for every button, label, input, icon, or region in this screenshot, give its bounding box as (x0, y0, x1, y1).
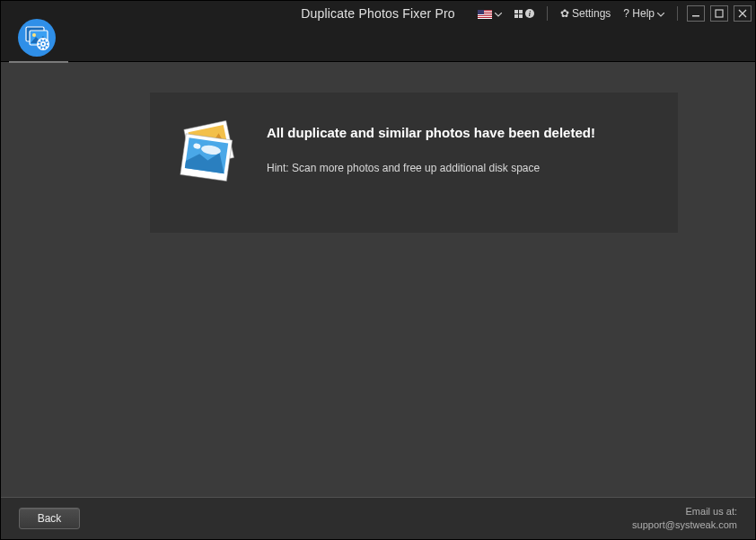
result-hint: Hint: Scan more photos and free up addit… (267, 162, 595, 174)
chevron-down-icon (657, 7, 664, 20)
settings-menu[interactable]: ✿ Settings (557, 5, 614, 22)
separator (547, 6, 548, 21)
main-content: All duplicate and similar photos have be… (1, 62, 755, 497)
info-icon: i (525, 9, 534, 18)
svg-point-24 (42, 42, 45, 45)
result-panel: All duplicate and similar photos have be… (150, 93, 678, 233)
app-title: Duplicate Photos Fixer Pro (301, 6, 455, 21)
minimize-button[interactable] (687, 5, 705, 22)
flag-icon (478, 9, 492, 18)
help-menu[interactable]: ? Help (620, 5, 668, 22)
result-heading: All duplicate and similar photos have be… (267, 125, 595, 140)
app-header (1, 26, 755, 62)
language-selector[interactable] (474, 5, 505, 22)
svg-rect-3 (478, 14, 492, 15)
result-texts: All duplicate and similar photos have be… (267, 112, 595, 174)
chevron-down-icon (495, 7, 502, 20)
email-label: Email us at: (632, 505, 737, 518)
settings-label: Settings (572, 7, 611, 20)
apps-menu[interactable]: i (511, 7, 538, 20)
back-button-label: Back (38, 512, 62, 525)
apps-icon (514, 10, 523, 18)
bottom-bar: Back Email us at: support@systweak.com (1, 497, 755, 539)
svg-rect-16 (42, 47, 44, 49)
support-info: Email us at: support@systweak.com (632, 505, 737, 532)
titlebar: Duplicate Photos Fixer Pro (1, 1, 755, 26)
close-button[interactable] (734, 5, 752, 22)
photos-illustration-icon (173, 118, 245, 190)
svg-rect-8 (716, 10, 723, 17)
svg-rect-6 (478, 10, 484, 14)
back-button[interactable]: Back (19, 508, 80, 529)
svg-rect-15 (42, 39, 44, 40)
svg-rect-7 (692, 15, 699, 17)
titlebar-right-group: i ✿ Settings ? Help (474, 1, 752, 26)
svg-point-12 (32, 33, 36, 37)
gear-icon: ✿ (560, 7, 569, 20)
svg-rect-5 (478, 18, 492, 19)
help-label: ? Help (623, 7, 655, 20)
svg-rect-18 (47, 43, 48, 45)
email-address[interactable]: support@systweak.com (632, 518, 737, 532)
maximize-button[interactable] (710, 5, 728, 22)
separator (677, 6, 678, 21)
app-logo-icon[interactable] (17, 18, 57, 58)
svg-rect-17 (38, 43, 40, 45)
svg-rect-4 (478, 16, 492, 17)
